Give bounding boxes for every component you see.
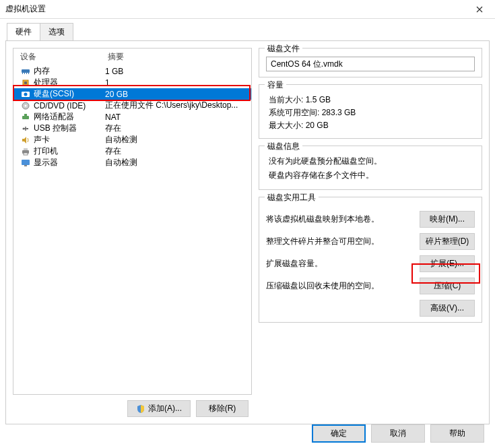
right-pane: 磁盘文件 容量 当前大小: 1.5 GB系统可用空间: 283.3 GB最大大小… bbox=[259, 48, 482, 417]
display-icon bbox=[20, 159, 31, 167]
disk-info-line: 硬盘内容存储在多个文件中。 bbox=[269, 170, 475, 181]
svg-rect-2 bbox=[24, 73, 25, 74]
device-name: 内存 bbox=[34, 65, 50, 77]
network-icon bbox=[20, 113, 31, 121]
memory-icon bbox=[20, 67, 31, 75]
device-row[interactable]: 网络适配器NAT bbox=[13, 111, 251, 123]
device-row[interactable]: USB 控制器存在 bbox=[13, 123, 251, 134]
svg-point-10 bbox=[25, 104, 27, 106]
footer-buttons: 确定 取消 帮助 bbox=[312, 424, 484, 443]
svg-rect-0 bbox=[22, 69, 30, 73]
svg-rect-17 bbox=[24, 153, 28, 155]
close-button[interactable] bbox=[469, 3, 490, 16]
svg-rect-1 bbox=[22, 73, 23, 74]
utility-button-0[interactable]: 映射(M)... bbox=[420, 211, 475, 228]
capacity-group: 容量 当前大小: 1.5 GB系统可用空间: 283.3 GB最大大小: 20 … bbox=[259, 84, 482, 139]
device-name: 网络适配器 bbox=[34, 111, 74, 123]
svg-rect-6 bbox=[24, 82, 27, 84]
svg-rect-19 bbox=[24, 165, 27, 166]
disk-info-line: 没有为此硬盘预分配磁盘空间。 bbox=[269, 156, 475, 167]
tabs: 硬件 选项 bbox=[7, 23, 495, 40]
device-row[interactable]: 硬盘(SCSI)20 GB bbox=[13, 88, 251, 100]
device-summary: 存在 bbox=[105, 123, 251, 134]
utility-row: 压缩磁盘以回收未使用的空间。压缩(C) bbox=[266, 278, 475, 294]
disk-file-legend: 磁盘文件 bbox=[265, 43, 302, 55]
disk-file-group: 磁盘文件 bbox=[259, 48, 482, 77]
tab-options[interactable]: 选项 bbox=[40, 23, 73, 40]
utility-button-1[interactable]: 碎片整理(D) bbox=[420, 233, 475, 250]
cancel-button[interactable]: 取消 bbox=[371, 424, 425, 443]
device-summary: 1 GB bbox=[105, 67, 251, 76]
device-row[interactable]: 内存1 GB bbox=[13, 65, 251, 77]
disk-file-input[interactable] bbox=[266, 57, 475, 71]
ok-button[interactable]: 确定 bbox=[312, 424, 366, 443]
device-name: CD/DVD (IDE) bbox=[34, 101, 86, 110]
device-summary: 20 GB bbox=[105, 90, 251, 99]
utility-desc: 整理文件碎片并整合可用空间。 bbox=[266, 236, 420, 247]
device-row[interactable]: 处理器1 bbox=[13, 77, 251, 88]
device-name: 声卡 bbox=[34, 134, 50, 146]
utility-button-3[interactable]: 压缩(C) bbox=[420, 278, 475, 294]
main-panel: 设备 摘要 内存1 GB处理器1硬盘(SCSI)20 GBCD/DVD (IDE… bbox=[5, 40, 490, 424]
shield-icon bbox=[136, 404, 145, 414]
utility-desc: 压缩磁盘以回收未使用的空间。 bbox=[266, 280, 420, 292]
add-button[interactable]: 添加(A)... bbox=[127, 400, 191, 417]
device-row[interactable]: CD/DVD (IDE)正在使用文件 C:\Users\jky\Desktop.… bbox=[13, 100, 251, 111]
help-button[interactable]: 帮助 bbox=[430, 424, 484, 443]
svg-point-13 bbox=[23, 127, 25, 129]
utility-button-2[interactable]: 扩展(E)... bbox=[420, 255, 475, 272]
left-pane: 设备 摘要 内存1 GB处理器1硬盘(SCSI)20 GBCD/DVD (IDE… bbox=[13, 48, 252, 417]
svg-rect-11 bbox=[22, 116, 29, 119]
svg-rect-3 bbox=[26, 73, 27, 74]
header-device: 设备 bbox=[20, 51, 108, 63]
svg-rect-4 bbox=[28, 73, 29, 74]
svg-point-8 bbox=[24, 92, 28, 96]
printer-icon bbox=[20, 148, 31, 156]
disk-info-legend: 磁盘信息 bbox=[265, 141, 302, 152]
left-buttons: 添加(A)... 移除(R) bbox=[13, 400, 252, 417]
utility-desc: 扩展磁盘容量。 bbox=[266, 258, 420, 269]
svg-rect-12 bbox=[24, 114, 27, 116]
device-row[interactable]: 声卡自动检测 bbox=[13, 134, 251, 146]
disk-icon bbox=[20, 90, 31, 98]
cd-icon bbox=[20, 102, 31, 110]
device-name: 处理器 bbox=[34, 77, 58, 88]
advanced-button[interactable]: 高级(V)... bbox=[420, 300, 475, 317]
utility-row: 整理文件碎片并整合可用空间。碎片整理(D) bbox=[266, 233, 475, 250]
window-title: 虚拟机设置 bbox=[5, 3, 46, 15]
device-name: USB 控制器 bbox=[34, 123, 77, 134]
tab-hardware[interactable]: 硬件 bbox=[7, 23, 40, 40]
close-icon bbox=[476, 6, 483, 13]
remove-button[interactable]: 移除(R) bbox=[196, 400, 249, 417]
device-name: 打印机 bbox=[34, 146, 58, 157]
capacity-legend: 容量 bbox=[265, 79, 286, 91]
svg-rect-14 bbox=[27, 128, 28, 129]
utility-row: 扩展磁盘容量。扩展(E)... bbox=[266, 255, 475, 272]
device-summary: 正在使用文件 C:\Users\jky\Desktop... bbox=[105, 100, 251, 111]
device-row[interactable]: 显示器自动检测 bbox=[13, 157, 251, 168]
capacity-row: 系统可用空间: 283.3 GB bbox=[269, 107, 475, 119]
device-list-header: 设备 摘要 bbox=[13, 49, 251, 65]
device-summary: 自动检测 bbox=[105, 157, 251, 168]
device-name: 显示器 bbox=[34, 157, 58, 168]
utility-row: 将该虚拟机磁盘映射到本地卷。映射(M)... bbox=[266, 211, 475, 228]
device-summary: NAT bbox=[105, 113, 251, 122]
device-summary: 1 bbox=[105, 78, 251, 88]
cpu-icon bbox=[20, 79, 31, 87]
device-row[interactable]: 打印机存在 bbox=[13, 146, 251, 157]
add-button-label: 添加(A)... bbox=[148, 403, 182, 414]
utilities-group: 磁盘实用工具 将该虚拟机磁盘映射到本地卷。映射(M)...整理文件碎片并整合可用… bbox=[259, 197, 482, 323]
header-summary: 摘要 bbox=[108, 51, 251, 63]
titlebar: 虚拟机设置 bbox=[0, 0, 495, 19]
device-summary: 自动检测 bbox=[105, 134, 251, 146]
device-name: 硬盘(SCSI) bbox=[34, 88, 74, 100]
sound-icon bbox=[20, 136, 31, 144]
svg-rect-16 bbox=[24, 148, 28, 150]
capacity-row: 最大大小: 20 GB bbox=[269, 120, 475, 131]
svg-rect-18 bbox=[22, 160, 30, 165]
usb-icon bbox=[20, 125, 31, 133]
disk-info-group: 磁盘信息 没有为此硬盘预分配磁盘空间。硬盘内容存储在多个文件中。 bbox=[259, 146, 482, 190]
device-list[interactable]: 设备 摘要 内存1 GB处理器1硬盘(SCSI)20 GBCD/DVD (IDE… bbox=[13, 48, 252, 395]
capacity-row: 当前大小: 1.5 GB bbox=[269, 94, 475, 106]
utility-desc: 将该虚拟机磁盘映射到本地卷。 bbox=[266, 214, 420, 225]
